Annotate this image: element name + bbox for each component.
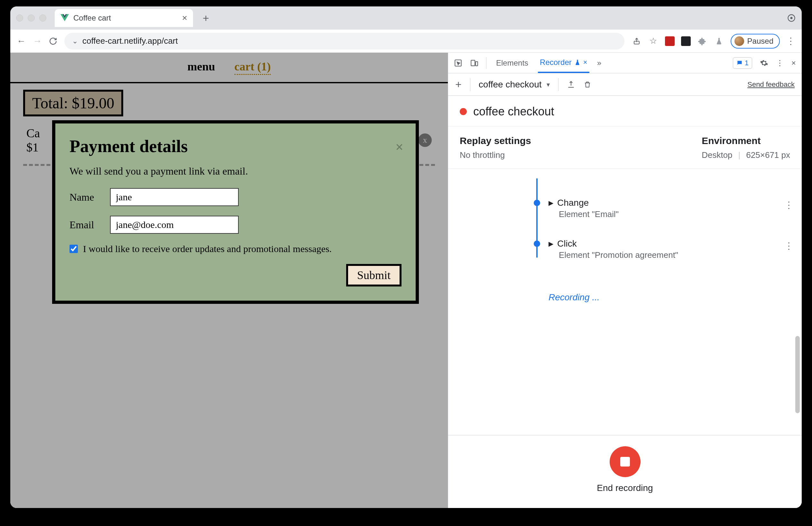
step-menu-icon[interactable]: ⋮ — [784, 240, 793, 251]
reload-button[interactable] — [49, 37, 57, 45]
browser-menu-icon[interactable]: ⋮ — [786, 36, 795, 46]
devtools-close-icon[interactable]: × — [792, 59, 796, 67]
svg-rect-5 — [476, 61, 478, 65]
recording-status: Recording ... — [549, 292, 790, 303]
form-row-email: Email — [70, 216, 402, 234]
content-split: menu cart (1) Total: $19.00 Ca $1 00 x — [10, 53, 802, 508]
address-bar: ← → ⌄ coffee-cart.netlify.app/cart ☆ Pa — [10, 30, 802, 53]
divider — [558, 78, 559, 91]
tab-strip: Coffee cart × + — [10, 6, 802, 30]
url-field[interactable]: ⌄ coffee-cart.netlify.app/cart — [64, 33, 624, 49]
divider — [486, 57, 487, 69]
forward-button[interactable]: → — [33, 36, 42, 46]
form-row-name: Name — [70, 188, 402, 206]
browser-window: Coffee cart × + ← → ⌄ coffee-cart.netlif… — [10, 6, 802, 508]
new-recording-button[interactable]: + — [455, 78, 462, 91]
traffic-light-minimize[interactable] — [28, 14, 35, 21]
new-tab-button[interactable]: + — [203, 12, 209, 25]
modal-close-button[interactable]: × — [395, 139, 403, 155]
labs-icon[interactable] — [714, 36, 724, 46]
payment-modal: Payment details × We will send you a pay… — [52, 120, 419, 304]
vue-icon — [60, 14, 69, 22]
inspect-icon[interactable] — [454, 59, 462, 67]
issues-badge[interactable]: 1 — [733, 57, 752, 69]
settings-row: Replay settings No throttling Environmen… — [448, 126, 802, 163]
caret-right-icon[interactable]: ▶ — [549, 199, 553, 207]
scrollbar[interactable] — [795, 336, 800, 413]
tab-title: Coffee cart — [73, 14, 111, 22]
traffic-light-zoom[interactable] — [39, 14, 46, 21]
url-text: coffee-cart.netlify.app/cart — [82, 36, 178, 46]
email-input[interactable] — [110, 216, 239, 234]
divider: | — [738, 150, 741, 160]
settings-gear-icon[interactable] — [760, 59, 768, 67]
devtools-tabs: Elements Recorder × » 1 ⋮ — [448, 53, 802, 73]
bookmark-icon[interactable]: ☆ — [648, 36, 658, 46]
modal-title: Payment details — [70, 136, 402, 156]
divider — [470, 78, 470, 91]
recording-dot-icon — [460, 108, 467, 115]
chevron-down-icon: ▾ — [547, 81, 550, 88]
step-subtitle: Element "Email" — [549, 209, 790, 219]
toolbar-right: ☆ Paused ⋮ — [632, 34, 795, 48]
timeline-node-icon — [534, 200, 540, 206]
end-recording-button[interactable] — [610, 446, 640, 477]
profile-paused-pill[interactable]: Paused — [730, 34, 780, 48]
tab-recorder[interactable]: Recorder × — [538, 53, 589, 73]
recording-select[interactable]: coffee checkout ▾ — [479, 79, 550, 90]
promo-checkbox-row[interactable]: I would like to receive order updates an… — [70, 243, 402, 254]
traffic-light-close[interactable] — [16, 14, 23, 21]
step-item[interactable]: ▶ Change Element "Email" ⋮ — [534, 198, 790, 219]
step-title: Change — [557, 198, 589, 208]
extension-icon-1[interactable] — [665, 36, 675, 46]
promo-checkbox[interactable] — [70, 245, 78, 253]
chat-icon — [736, 60, 743, 66]
traffic-lights — [16, 14, 46, 21]
app-viewport: menu cart (1) Total: $19.00 Ca $1 00 x — [10, 53, 448, 508]
step-title: Click — [557, 239, 577, 249]
send-feedback-link[interactable]: Send feedback — [747, 80, 795, 89]
paused-label: Paused — [747, 37, 773, 46]
step-item[interactable]: ▶ Click Element "Promotion agreement" ⋮ — [534, 239, 790, 260]
environment-device: Desktop — [702, 150, 732, 160]
recorder-footer: End recording — [448, 435, 802, 508]
submit-button[interactable]: Submit — [346, 264, 402, 286]
email-label: Email — [70, 219, 102, 231]
name-input[interactable] — [110, 188, 239, 206]
extension-icon-2[interactable] — [681, 36, 691, 46]
timeline-node-icon — [534, 240, 540, 247]
browser-tab[interactable]: Coffee cart × — [55, 9, 193, 27]
replay-settings-heading: Replay settings — [460, 135, 531, 146]
tab-elements[interactable]: Elements — [494, 53, 530, 73]
caret-right-icon[interactable]: ▶ — [549, 240, 553, 247]
back-button[interactable]: ← — [17, 36, 26, 46]
svg-rect-4 — [471, 60, 475, 65]
svg-point-1 — [791, 17, 793, 19]
replay-settings-value[interactable]: No throttling — [460, 150, 531, 160]
delete-icon[interactable] — [584, 80, 591, 89]
replay-settings-col: Replay settings No throttling — [460, 135, 531, 160]
incognito-icon — [787, 14, 796, 22]
devtools-menu-icon[interactable]: ⋮ — [776, 59, 784, 67]
site-info-icon[interactable]: ⌄ — [72, 37, 78, 45]
recording-title: coffee checkout — [473, 105, 554, 118]
device-toggle-icon[interactable] — [470, 59, 478, 67]
step-menu-icon[interactable]: ⋮ — [784, 200, 793, 210]
environment-heading: Environment — [702, 135, 790, 146]
promo-label: I would like to receive order updates an… — [83, 243, 332, 254]
step-subtitle: Element "Promotion agreement" — [549, 250, 790, 260]
end-recording-label: End recording — [597, 483, 653, 493]
environment-col: Environment Desktop | 625×671 px — [702, 135, 790, 160]
name-label: Name — [70, 191, 102, 203]
recorder-toolbar: + coffee checkout ▾ Send feedback — [448, 73, 802, 96]
tab-recorder-close-icon[interactable]: × — [583, 58, 588, 66]
tab-close-icon[interactable]: × — [182, 13, 187, 23]
share-icon[interactable] — [632, 36, 642, 46]
more-tabs-icon[interactable]: » — [597, 59, 601, 67]
extensions-puzzle-icon[interactable] — [697, 36, 708, 46]
flask-icon — [574, 59, 581, 65]
stop-icon — [620, 457, 630, 467]
export-icon[interactable] — [567, 80, 575, 89]
timeline: ▶ Change Element "Email" ⋮ ▶ Click Eleme… — [534, 178, 790, 303]
steps-area: ▶ Change Element "Email" ⋮ ▶ Click Eleme… — [448, 169, 802, 435]
